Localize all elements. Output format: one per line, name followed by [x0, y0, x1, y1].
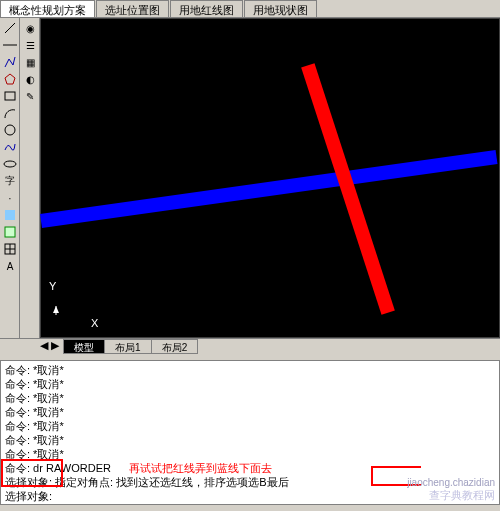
svg-point-4	[5, 125, 15, 135]
ucs-icon	[51, 301, 65, 317]
tab-concept[interactable]: 概念性规划方案	[0, 0, 95, 17]
table-icon[interactable]	[2, 241, 18, 257]
layout-tabs: ◀ ▶ 模型 布局1 布局2	[0, 338, 500, 354]
svg-point-5	[4, 161, 16, 167]
svg-marker-13	[53, 306, 59, 313]
ellipse-icon[interactable]	[2, 156, 18, 172]
tool-d-icon[interactable]: ◐	[22, 71, 38, 87]
tab-redline[interactable]: 用地红线图	[170, 0, 243, 17]
tool-e-icon[interactable]: ✎	[22, 88, 38, 104]
cmd-line: 命令: *取消*	[5, 433, 495, 447]
main-area: 字 · A ◉ ☰ ▦ ◐ ✎ Y X	[0, 18, 500, 338]
cmd-line: 命令: *取消*	[5, 363, 495, 377]
annotation-box	[1, 459, 63, 487]
top-tabs: 概念性规划方案 选址位置图 用地红线图 用地现状图	[0, 0, 500, 18]
cmd-line: 输入对象排序选项 [对象上(A)/对象下(U)/最前(F)/最后(B)] <最后…	[5, 503, 495, 505]
cmd-line: 命令: *取消*	[5, 405, 495, 419]
spline-icon[interactable]	[2, 139, 18, 155]
circle-icon[interactable]	[2, 122, 18, 138]
tab-layout2[interactable]: 布局2	[151, 339, 199, 354]
ucs-y-label: Y	[49, 280, 56, 292]
cmd-line: 命令: *取消*	[5, 377, 495, 391]
pline-icon[interactable]	[2, 54, 18, 70]
line-icon[interactable]	[2, 20, 18, 36]
region-icon[interactable]	[2, 224, 18, 240]
command-window[interactable]: 命令: *取消* 命令: *取消* 命令: *取消* 命令: *取消* 命令: …	[0, 360, 500, 505]
draw-toolbar: 字 · A	[0, 18, 20, 338]
watermark-text: 查字典教程网	[429, 488, 495, 502]
tab-layout1[interactable]: 布局1	[104, 339, 152, 354]
svg-rect-3	[5, 92, 15, 100]
modify-toolbar: ◉ ☰ ▦ ◐ ✎	[20, 18, 40, 338]
tab-status[interactable]: 用地现状图	[244, 0, 317, 17]
cmd-line: 命令: *取消*	[5, 447, 495, 461]
ucs-x-label: X	[91, 317, 98, 329]
tool-c-icon[interactable]: ▦	[22, 54, 38, 70]
rect-icon[interactable]	[2, 88, 18, 104]
drawing-canvas[interactable]: Y X	[40, 18, 500, 338]
tab-location[interactable]: 选址位置图	[96, 0, 169, 17]
mtext-icon[interactable]: A	[2, 258, 18, 274]
annotation-text: 再试试把红线弄到蓝线下面去	[129, 461, 272, 475]
svg-rect-6	[5, 210, 15, 220]
polygon-icon[interactable]	[2, 71, 18, 87]
text-icon[interactable]: 字	[2, 173, 18, 189]
point-icon[interactable]: ·	[2, 190, 18, 206]
tool-a-icon[interactable]: ◉	[22, 20, 38, 36]
blue-line-object[interactable]	[40, 150, 497, 228]
svg-rect-7	[5, 227, 15, 237]
svg-marker-2	[5, 74, 15, 84]
xline-icon[interactable]	[2, 37, 18, 53]
cmd-line: 命令: *取消*	[5, 391, 495, 405]
hatch-icon[interactable]	[2, 207, 18, 223]
cmd-line: 命令: *取消*	[5, 419, 495, 433]
tool-b-icon[interactable]: ☰	[22, 37, 38, 53]
tab-model[interactable]: 模型	[63, 339, 105, 354]
arc-icon[interactable]	[2, 105, 18, 121]
svg-line-0	[5, 23, 15, 33]
cmd-line: 选择对象:	[5, 489, 495, 503]
